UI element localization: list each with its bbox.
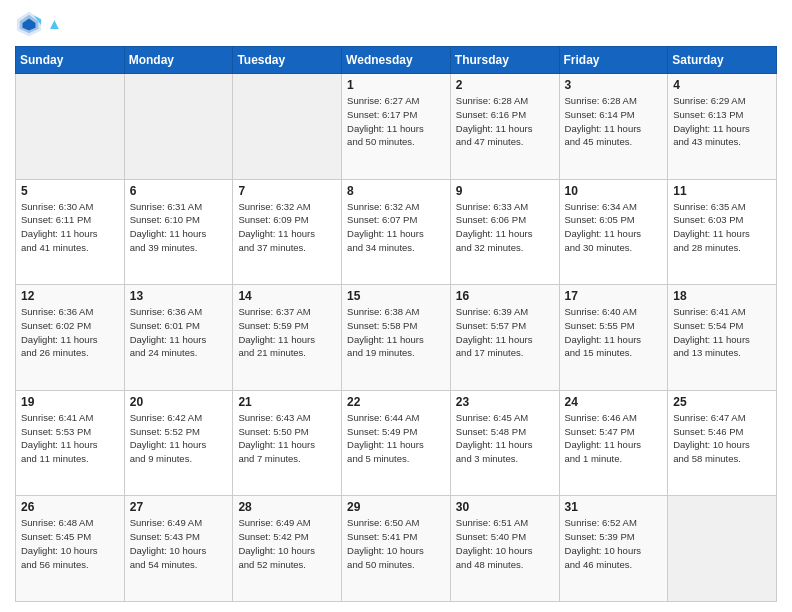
calendar-cell [233, 74, 342, 180]
day-number: 11 [673, 184, 771, 198]
calendar-cell: 4Sunrise: 6:29 AM Sunset: 6:13 PM Daylig… [668, 74, 777, 180]
calendar-week-row: 26Sunrise: 6:48 AM Sunset: 5:45 PM Dayli… [16, 496, 777, 602]
calendar-cell: 30Sunrise: 6:51 AM Sunset: 5:40 PM Dayli… [450, 496, 559, 602]
day-number: 16 [456, 289, 554, 303]
day-info: Sunrise: 6:42 AM Sunset: 5:52 PM Dayligh… [130, 411, 228, 466]
weekday-header: Thursday [450, 47, 559, 74]
calendar-cell: 1Sunrise: 6:27 AM Sunset: 6:17 PM Daylig… [342, 74, 451, 180]
day-number: 26 [21, 500, 119, 514]
calendar-table: SundayMondayTuesdayWednesdayThursdayFrid… [15, 46, 777, 602]
calendar-cell: 20Sunrise: 6:42 AM Sunset: 5:52 PM Dayli… [124, 390, 233, 496]
day-info: Sunrise: 6:38 AM Sunset: 5:58 PM Dayligh… [347, 305, 445, 360]
calendar-cell: 18Sunrise: 6:41 AM Sunset: 5:54 PM Dayli… [668, 285, 777, 391]
calendar-cell: 3Sunrise: 6:28 AM Sunset: 6:14 PM Daylig… [559, 74, 668, 180]
day-info: Sunrise: 6:37 AM Sunset: 5:59 PM Dayligh… [238, 305, 336, 360]
day-info: Sunrise: 6:28 AM Sunset: 6:16 PM Dayligh… [456, 94, 554, 149]
weekday-header: Saturday [668, 47, 777, 74]
calendar-cell: 23Sunrise: 6:45 AM Sunset: 5:48 PM Dayli… [450, 390, 559, 496]
day-number: 1 [347, 78, 445, 92]
day-number: 25 [673, 395, 771, 409]
logo-text: ▲ [47, 15, 62, 33]
day-number: 3 [565, 78, 663, 92]
day-info: Sunrise: 6:29 AM Sunset: 6:13 PM Dayligh… [673, 94, 771, 149]
calendar-cell: 9Sunrise: 6:33 AM Sunset: 6:06 PM Daylig… [450, 179, 559, 285]
logo-icon [15, 10, 43, 38]
weekday-header: Friday [559, 47, 668, 74]
day-number: 23 [456, 395, 554, 409]
day-number: 2 [456, 78, 554, 92]
day-number: 20 [130, 395, 228, 409]
day-info: Sunrise: 6:31 AM Sunset: 6:10 PM Dayligh… [130, 200, 228, 255]
logo: ▲ [15, 10, 62, 38]
calendar-cell: 24Sunrise: 6:46 AM Sunset: 5:47 PM Dayli… [559, 390, 668, 496]
day-info: Sunrise: 6:27 AM Sunset: 6:17 PM Dayligh… [347, 94, 445, 149]
day-number: 28 [238, 500, 336, 514]
day-info: Sunrise: 6:32 AM Sunset: 6:09 PM Dayligh… [238, 200, 336, 255]
day-number: 4 [673, 78, 771, 92]
calendar-cell: 12Sunrise: 6:36 AM Sunset: 6:02 PM Dayli… [16, 285, 125, 391]
day-number: 29 [347, 500, 445, 514]
calendar-cell: 31Sunrise: 6:52 AM Sunset: 5:39 PM Dayli… [559, 496, 668, 602]
calendar-cell: 26Sunrise: 6:48 AM Sunset: 5:45 PM Dayli… [16, 496, 125, 602]
day-info: Sunrise: 6:32 AM Sunset: 6:07 PM Dayligh… [347, 200, 445, 255]
calendar-cell: 25Sunrise: 6:47 AM Sunset: 5:46 PM Dayli… [668, 390, 777, 496]
calendar-cell: 14Sunrise: 6:37 AM Sunset: 5:59 PM Dayli… [233, 285, 342, 391]
day-number: 7 [238, 184, 336, 198]
day-info: Sunrise: 6:36 AM Sunset: 6:02 PM Dayligh… [21, 305, 119, 360]
day-info: Sunrise: 6:47 AM Sunset: 5:46 PM Dayligh… [673, 411, 771, 466]
day-info: Sunrise: 6:41 AM Sunset: 5:54 PM Dayligh… [673, 305, 771, 360]
day-info: Sunrise: 6:48 AM Sunset: 5:45 PM Dayligh… [21, 516, 119, 571]
calendar-cell: 6Sunrise: 6:31 AM Sunset: 6:10 PM Daylig… [124, 179, 233, 285]
calendar-cell: 5Sunrise: 6:30 AM Sunset: 6:11 PM Daylig… [16, 179, 125, 285]
calendar-cell: 15Sunrise: 6:38 AM Sunset: 5:58 PM Dayli… [342, 285, 451, 391]
day-info: Sunrise: 6:43 AM Sunset: 5:50 PM Dayligh… [238, 411, 336, 466]
day-number: 19 [21, 395, 119, 409]
day-info: Sunrise: 6:46 AM Sunset: 5:47 PM Dayligh… [565, 411, 663, 466]
weekday-header: Monday [124, 47, 233, 74]
calendar-cell [668, 496, 777, 602]
day-number: 30 [456, 500, 554, 514]
calendar-cell: 19Sunrise: 6:41 AM Sunset: 5:53 PM Dayli… [16, 390, 125, 496]
day-info: Sunrise: 6:30 AM Sunset: 6:11 PM Dayligh… [21, 200, 119, 255]
calendar-cell [16, 74, 125, 180]
day-info: Sunrise: 6:35 AM Sunset: 6:03 PM Dayligh… [673, 200, 771, 255]
day-info: Sunrise: 6:39 AM Sunset: 5:57 PM Dayligh… [456, 305, 554, 360]
day-info: Sunrise: 6:51 AM Sunset: 5:40 PM Dayligh… [456, 516, 554, 571]
calendar-cell: 22Sunrise: 6:44 AM Sunset: 5:49 PM Dayli… [342, 390, 451, 496]
weekday-header: Tuesday [233, 47, 342, 74]
calendar-cell [124, 74, 233, 180]
weekday-header: Sunday [16, 47, 125, 74]
day-info: Sunrise: 6:44 AM Sunset: 5:49 PM Dayligh… [347, 411, 445, 466]
calendar-week-row: 1Sunrise: 6:27 AM Sunset: 6:17 PM Daylig… [16, 74, 777, 180]
day-info: Sunrise: 6:33 AM Sunset: 6:06 PM Dayligh… [456, 200, 554, 255]
calendar-cell: 10Sunrise: 6:34 AM Sunset: 6:05 PM Dayli… [559, 179, 668, 285]
day-number: 13 [130, 289, 228, 303]
day-info: Sunrise: 6:28 AM Sunset: 6:14 PM Dayligh… [565, 94, 663, 149]
day-number: 10 [565, 184, 663, 198]
day-number: 8 [347, 184, 445, 198]
day-number: 9 [456, 184, 554, 198]
day-number: 6 [130, 184, 228, 198]
weekday-header: Wednesday [342, 47, 451, 74]
calendar-cell: 27Sunrise: 6:49 AM Sunset: 5:43 PM Dayli… [124, 496, 233, 602]
calendar-cell: 17Sunrise: 6:40 AM Sunset: 5:55 PM Dayli… [559, 285, 668, 391]
day-info: Sunrise: 6:49 AM Sunset: 5:42 PM Dayligh… [238, 516, 336, 571]
day-info: Sunrise: 6:50 AM Sunset: 5:41 PM Dayligh… [347, 516, 445, 571]
day-number: 5 [21, 184, 119, 198]
day-number: 22 [347, 395, 445, 409]
page: ▲ SundayMondayTuesdayWednesdayThursdayFr… [0, 0, 792, 612]
day-info: Sunrise: 6:34 AM Sunset: 6:05 PM Dayligh… [565, 200, 663, 255]
calendar-header-row: SundayMondayTuesdayWednesdayThursdayFrid… [16, 47, 777, 74]
day-number: 24 [565, 395, 663, 409]
day-info: Sunrise: 6:36 AM Sunset: 6:01 PM Dayligh… [130, 305, 228, 360]
day-number: 17 [565, 289, 663, 303]
day-number: 27 [130, 500, 228, 514]
header: ▲ [15, 10, 777, 38]
day-number: 21 [238, 395, 336, 409]
calendar-cell: 7Sunrise: 6:32 AM Sunset: 6:09 PM Daylig… [233, 179, 342, 285]
calendar-week-row: 19Sunrise: 6:41 AM Sunset: 5:53 PM Dayli… [16, 390, 777, 496]
day-info: Sunrise: 6:45 AM Sunset: 5:48 PM Dayligh… [456, 411, 554, 466]
day-info: Sunrise: 6:49 AM Sunset: 5:43 PM Dayligh… [130, 516, 228, 571]
calendar-cell: 8Sunrise: 6:32 AM Sunset: 6:07 PM Daylig… [342, 179, 451, 285]
day-number: 12 [21, 289, 119, 303]
